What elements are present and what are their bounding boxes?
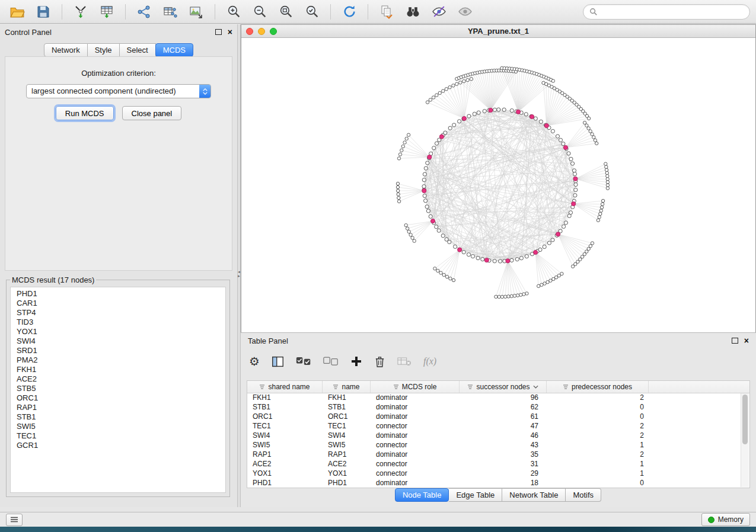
- table-row[interactable]: SWI5SWI5connector431: [247, 440, 741, 450]
- tab-motifs[interactable]: Motifs: [566, 488, 601, 502]
- show-hide-button[interactable]: [454, 2, 476, 21]
- export-image-button[interactable]: [185, 2, 208, 21]
- close-panel-icon[interactable]: ×: [228, 29, 232, 35]
- status-menu-button[interactable]: [6, 514, 23, 526]
- search-input[interactable]: [601, 7, 744, 17]
- deselect-all-button[interactable]: [323, 357, 339, 366]
- tab-style[interactable]: Style: [88, 43, 120, 57]
- criterion-dropdown[interactable]: largest connected component (undirected): [26, 84, 211, 98]
- network-canvas[interactable]: [241, 38, 755, 332]
- table-row[interactable]: SWI4SWI4dominator462: [247, 431, 741, 440]
- column-header-name[interactable]: name: [323, 381, 371, 393]
- first-neighbors-button[interactable]: [401, 2, 424, 21]
- network-share-icon: [137, 5, 151, 19]
- close-table-panel-icon[interactable]: ×: [744, 338, 749, 344]
- tab-network[interactable]: Network: [44, 43, 88, 57]
- network-graph[interactable]: [241, 38, 755, 332]
- delete-column-button[interactable]: [374, 355, 385, 368]
- zoom-out-button[interactable]: [248, 2, 271, 21]
- table-cell: ORC1: [247, 412, 323, 421]
- splitter-collapse-icon[interactable]: ◂▸: [238, 270, 240, 278]
- toolbar-separator: [215, 4, 215, 20]
- table-cell: 0: [547, 412, 649, 421]
- column-header-mcds-role[interactable]: MCDS role: [371, 381, 460, 393]
- copy-document-button[interactable]: [375, 2, 398, 21]
- main-toolbar: [0, 0, 756, 24]
- table-row[interactable]: RAP1RAP1dominator352: [247, 450, 741, 459]
- zoom-in-button[interactable]: [222, 2, 245, 21]
- function-builder-button[interactable]: f(x): [423, 356, 436, 367]
- sort-icon: [393, 384, 399, 390]
- table-row[interactable]: YOX1YOX1connector291: [247, 469, 741, 478]
- table-row[interactable]: PHD1PHD1dominator180: [247, 478, 741, 488]
- column-header-filler: [649, 381, 749, 393]
- network-window-titlebar[interactable]: YPA_prune.txt_1: [241, 25, 755, 38]
- mcds-result-item[interactable]: GCR1: [17, 441, 219, 450]
- mcds-result-item[interactable]: ACE2: [17, 374, 219, 384]
- scrollbar-thumb[interactable]: [742, 395, 748, 444]
- tab-edge-table[interactable]: Edge Table: [449, 488, 502, 502]
- float-panel-icon[interactable]: [215, 29, 222, 35]
- import-table-button[interactable]: [95, 2, 118, 21]
- tab-network-table[interactable]: Network Table: [502, 488, 566, 502]
- zoom-fit-button[interactable]: [275, 2, 297, 21]
- table-row[interactable]: STB1STB1dominator620: [247, 402, 741, 412]
- column-header-shared-name[interactable]: shared name: [247, 381, 323, 393]
- add-column-button[interactable]: [350, 355, 362, 367]
- toolbar-separator: [368, 4, 368, 20]
- column-header-predecessor-nodes[interactable]: predecessor nodes: [547, 381, 649, 393]
- control-panel-tabs: Network Style Select MCDS: [0, 43, 237, 57]
- mcds-result-item[interactable]: PMA2: [17, 355, 219, 365]
- mcds-result-item[interactable]: ORC1: [17, 393, 219, 403]
- import-network-button[interactable]: [69, 2, 92, 21]
- column-layout-button[interactable]: [272, 355, 284, 368]
- table-cell: 47: [460, 421, 547, 431]
- mcds-result-item[interactable]: TID3: [17, 318, 219, 327]
- mcds-result-item[interactable]: SRD1: [17, 346, 219, 355]
- new-network-table-button[interactable]: [159, 2, 181, 21]
- mcds-result-item[interactable]: CAR1: [17, 299, 219, 308]
- control-panel-title: Control Panel: [5, 28, 215, 37]
- mcds-result-item[interactable]: SWI4: [17, 336, 219, 346]
- search-box[interactable]: [583, 4, 750, 20]
- mcds-result-item[interactable]: SWI5: [17, 422, 219, 431]
- float-table-panel-icon[interactable]: [732, 338, 738, 344]
- optimization-criterion-label: Optimization criterion:: [5, 69, 232, 78]
- zoom-selected-icon: [305, 4, 320, 19]
- tab-mcds[interactable]: MCDS: [155, 43, 193, 57]
- delete-table-button[interactable]: [397, 357, 412, 367]
- toolbar-separator: [330, 4, 331, 20]
- column-header-successor-nodes[interactable]: successor nodes: [460, 381, 547, 393]
- new-network-button[interactable]: [133, 2, 155, 21]
- table-settings-button[interactable]: ⚙: [249, 355, 260, 367]
- mcds-result-item[interactable]: FKH1: [17, 365, 219, 374]
- table-row[interactable]: FKH1FKH1dominator962: [247, 393, 741, 402]
- open-session-button[interactable]: [6, 2, 28, 21]
- table-row[interactable]: ACE2ACE2connector311: [247, 459, 741, 469]
- run-mcds-button[interactable]: Run MCDS: [56, 106, 114, 120]
- tab-node-table[interactable]: Node Table: [395, 488, 449, 502]
- refresh-layout-button[interactable]: [338, 2, 361, 21]
- hamburger-icon: [10, 517, 18, 523]
- mcds-result-item[interactable]: PHD1: [17, 289, 219, 299]
- mcds-result-item[interactable]: YOX1: [17, 327, 219, 336]
- mcds-result-item[interactable]: STB5: [17, 384, 219, 393]
- table-row[interactable]: TEC1TEC1connector472: [247, 421, 741, 431]
- zoom-selected-button[interactable]: [301, 2, 323, 21]
- graphics-details-button[interactable]: [428, 2, 450, 21]
- table-scrollbar[interactable]: [741, 393, 749, 487]
- select-all-button[interactable]: [296, 357, 311, 366]
- mcds-result-item[interactable]: STP4: [17, 308, 219, 318]
- mcds-result-item[interactable]: TEC1: [17, 431, 219, 441]
- table-row[interactable]: ORC1ORC1dominator610: [247, 412, 741, 421]
- mcds-result-item[interactable]: STB1: [17, 412, 219, 422]
- save-session-button[interactable]: [32, 2, 55, 21]
- table-cell: 43: [460, 440, 547, 450]
- mcds-result-item[interactable]: RAP1: [17, 403, 219, 412]
- memory-button[interactable]: Memory: [701, 513, 750, 526]
- table-cell: SWI4: [247, 431, 323, 440]
- mcds-result-list[interactable]: PHD1CAR1STP4TID3YOX1SWI4SRD1PMA2FKH1ACE2…: [10, 287, 226, 493]
- close-panel-button[interactable]: Close panel: [122, 106, 182, 120]
- table-cell: [649, 402, 741, 412]
- tab-select[interactable]: Select: [120, 43, 156, 57]
